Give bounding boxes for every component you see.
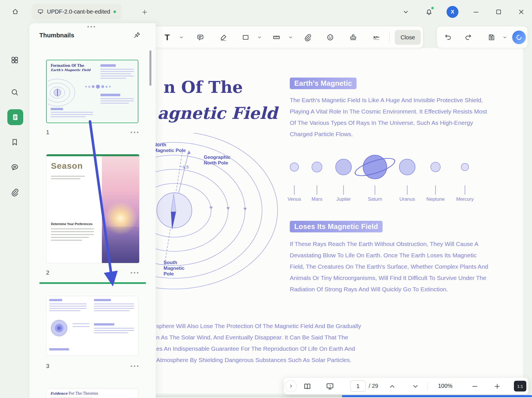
mini-badge — [100, 94, 120, 96]
pin-panel-button[interactable] — [131, 29, 143, 41]
avatar[interactable]: X — [447, 6, 458, 18]
presentation-icon — [326, 382, 334, 391]
mini-earth-cross-section — [51, 320, 67, 336]
chevron-down-icon[interactable] — [257, 35, 262, 40]
page-thumbnail-2[interactable]: Season Determine Your Preferences — [46, 154, 140, 263]
mini-badge — [49, 299, 62, 301]
text-line-placeholder — [100, 69, 134, 70]
pin-icon — [133, 31, 141, 39]
thumb1-title-line1: Formation Of The — [51, 64, 84, 68]
mini-badge — [51, 108, 63, 110]
text-line-placeholder — [94, 330, 134, 331]
chevron-up-icon — [389, 383, 396, 390]
page-thumbnail-3[interactable] — [46, 296, 138, 356]
next-page-button[interactable] — [411, 382, 420, 391]
thumb2-heading: Determine Your Preferences — [51, 222, 93, 226]
text-line-placeholder — [94, 332, 128, 333]
titlebar: UPDF-2.0-cant-be-edited X — [0, 0, 532, 23]
actual-size-button[interactable]: 1:1 — [514, 381, 526, 391]
zoom-in-button[interactable] — [493, 382, 502, 391]
text-line: The Earth's Magnetic Field Is Like A Hug… — [290, 95, 487, 106]
text-line: Atmosphere By Shielding Dangerous Substa… — [156, 354, 361, 366]
page-title-fragment: agnetic Field — [157, 104, 277, 123]
notifications-button[interactable] — [423, 6, 435, 18]
mini-badge — [49, 348, 69, 350]
attachment-tool-button[interactable] — [301, 31, 314, 44]
page-total-label: / 29 — [369, 383, 378, 389]
square-shape-icon — [242, 33, 250, 41]
document-tab[interactable]: UPDF-2.0-cant-be-edited — [32, 4, 122, 19]
close-window-button[interactable] — [516, 7, 526, 17]
minus-icon — [471, 383, 479, 390]
expand-panel-button[interactable] — [285, 380, 297, 392]
sidebar-item-attachments[interactable] — [9, 187, 20, 198]
text-line-placeholder — [100, 71, 134, 72]
save-button[interactable] — [485, 31, 498, 44]
thumbnail-more-options[interactable] — [131, 132, 138, 133]
planet-label: Mercury — [456, 196, 473, 202]
panel-scrollbar-thumb[interactable] — [149, 50, 151, 86]
undo-button[interactable] — [442, 31, 454, 44]
south-pole-label: SouthMagneticPole — [164, 260, 185, 277]
section-badge: Loses Its Magnetic Field — [290, 221, 383, 232]
text-line-placeholder — [100, 98, 134, 99]
close-mode-button[interactable]: Close — [395, 30, 421, 45]
sidebar-item-apps[interactable] — [9, 54, 20, 66]
mini-badge — [94, 299, 111, 301]
mini-diagram — [48, 75, 82, 109]
reading-mode-button[interactable] — [303, 382, 312, 391]
thumbnail-more-options[interactable] — [131, 365, 138, 367]
zoom-level-label: 100% — [438, 383, 452, 389]
ai-assistant-button[interactable] — [512, 31, 526, 44]
sidebar-item-comments[interactable] — [9, 161, 20, 173]
thumbnail-more-options[interactable] — [131, 272, 138, 273]
planet-jupiter — [335, 159, 352, 175]
tick-mark — [317, 185, 317, 195]
notification-dot — [431, 7, 434, 9]
presentation-mode-button[interactable] — [325, 382, 334, 391]
chevron-down-icon[interactable] — [179, 35, 184, 40]
text-line-placeholder — [51, 114, 93, 115]
chevron-down-icon[interactable] — [288, 35, 293, 40]
measure-tool-button[interactable] — [270, 31, 283, 44]
home-button[interactable] — [8, 4, 23, 19]
text-tool-button[interactable]: T — [161, 31, 173, 44]
sidebar-item-thumbnails-active[interactable] — [7, 109, 23, 125]
text-line: Radiation Of Strong Rays And Will Quickl… — [290, 284, 488, 295]
horizontal-scrollbar-thumb[interactable] — [342, 395, 532, 397]
stamp-tool-button[interactable] — [347, 31, 359, 44]
page-number-input[interactable] — [350, 380, 366, 392]
sidebar-item-bookmarks[interactable] — [9, 136, 20, 148]
tab-title: UPDF-2.0-cant-be-edited — [47, 8, 110, 15]
signature-tool-button[interactable] — [370, 31, 383, 44]
document-page[interactable]: n Of The agnetic Field Earth's Magnetic … — [156, 48, 523, 393]
paragraph-3-clipped: sphere Will Also Lose The Protection Of … — [156, 320, 361, 366]
page-thumbnail-4[interactable]: Evidence For The Theories — [46, 388, 138, 398]
text-line-placeholder — [72, 323, 89, 324]
geographic-pole-label: GeographicNorth Pole — [204, 155, 230, 166]
zoom-out-button[interactable] — [470, 382, 479, 391]
previous-page-button[interactable] — [388, 382, 397, 391]
panel-drag-handle[interactable] — [87, 26, 95, 27]
planet-label: Mars — [312, 196, 322, 202]
text-line: n As The Solar Wind, And Eventually Disa… — [156, 332, 361, 343]
comment-tool-button[interactable] — [194, 31, 207, 44]
page-thumbnail-1[interactable]: Formation Of The Earth's Magnetic Field — [46, 60, 138, 123]
shape-tool-button[interactable] — [239, 31, 252, 44]
sidebar-item-search[interactable] — [9, 87, 20, 98]
text-line-placeholder — [94, 306, 134, 307]
new-tab-button[interactable] — [140, 7, 149, 17]
sticker-tool-button[interactable] — [324, 31, 336, 44]
highlighter-tool-button[interactable] — [217, 31, 230, 44]
text-line-placeholder — [51, 240, 82, 241]
text-line-placeholder — [49, 310, 80, 311]
redo-button[interactable] — [462, 31, 474, 44]
planet-label: Jupiter — [336, 196, 351, 202]
maximize-button[interactable] — [494, 7, 504, 17]
tick-mark — [407, 185, 407, 195]
planet-label: Uranus — [400, 196, 415, 202]
collapse-toolbar-button[interactable] — [401, 7, 411, 17]
minimize-button[interactable] — [471, 7, 481, 17]
chevron-down-icon[interactable] — [503, 35, 507, 40]
text-line-placeholder — [51, 178, 80, 179]
